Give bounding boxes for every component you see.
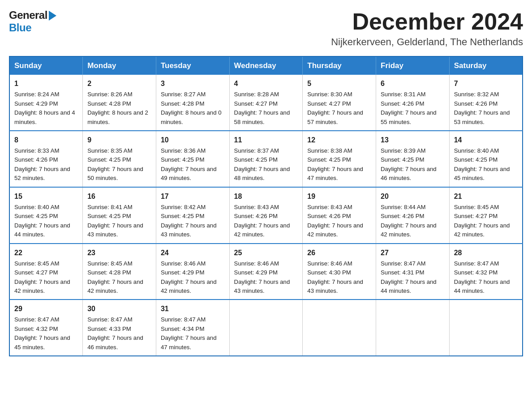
day-info: Sunrise: 8:46 AMSunset: 4:30 PMDaylight:… [307,260,363,294]
day-number: 31 [161,304,225,314]
day-number: 10 [161,135,225,146]
calendar-cell: 6Sunrise: 8:31 AMSunset: 4:26 PMDaylight… [376,75,450,131]
calendar-cell: 12Sunrise: 8:38 AMSunset: 4:25 PMDayligh… [303,131,376,187]
day-number: 3 [161,78,225,89]
month-title: December 2024 [331,9,523,34]
weekday-header-friday: Friday [376,56,450,75]
calendar-cell: 2Sunrise: 8:26 AMSunset: 4:28 PMDaylight… [83,75,156,131]
weekday-header-monday: Monday [83,56,156,75]
calendar-week-row: 29Sunrise: 8:47 AMSunset: 4:32 PMDayligh… [9,300,523,356]
day-info: Sunrise: 8:43 AMSunset: 4:26 PMDaylight:… [307,204,363,238]
day-number: 6 [381,78,445,89]
day-info: Sunrise: 8:47 AMSunset: 4:34 PMDaylight:… [161,316,217,350]
calendar-week-row: 1Sunrise: 8:24 AMSunset: 4:29 PMDaylight… [9,75,523,131]
day-info: Sunrise: 8:43 AMSunset: 4:26 PMDaylight:… [234,204,290,238]
day-number: 14 [454,135,518,146]
day-number: 4 [234,78,298,89]
calendar-cell: 18Sunrise: 8:43 AMSunset: 4:26 PMDayligh… [229,187,303,244]
calendar-cell: 16Sunrise: 8:41 AMSunset: 4:25 PMDayligh… [83,187,156,244]
day-info: Sunrise: 8:44 AMSunset: 4:26 PMDaylight:… [381,204,437,238]
day-info: Sunrise: 8:42 AMSunset: 4:25 PMDaylight:… [161,204,217,238]
day-number: 28 [454,248,518,258]
day-number: 24 [161,248,225,258]
day-number: 23 [87,248,151,258]
calendar-week-row: 15Sunrise: 8:40 AMSunset: 4:25 PMDayligh… [9,187,523,244]
calendar-cell: 7Sunrise: 8:32 AMSunset: 4:26 PMDaylight… [449,75,523,131]
logo-blue-text: Blue [9,21,31,34]
calendar-cell: 1Sunrise: 8:24 AMSunset: 4:29 PMDaylight… [9,75,83,131]
day-number: 27 [381,248,445,258]
day-number: 26 [307,248,371,258]
calendar-cell [376,300,450,356]
logo-general-text: General [9,9,47,21]
day-info: Sunrise: 8:45 AMSunset: 4:28 PMDaylight:… [87,260,143,294]
calendar-cell: 21Sunrise: 8:45 AMSunset: 4:27 PMDayligh… [449,187,523,244]
calendar-cell: 25Sunrise: 8:46 AMSunset: 4:29 PMDayligh… [229,244,303,300]
day-info: Sunrise: 8:45 AMSunset: 4:27 PMDaylight:… [454,204,510,238]
calendar-cell: 10Sunrise: 8:36 AMSunset: 4:25 PMDayligh… [156,131,229,187]
day-info: Sunrise: 8:33 AMSunset: 4:26 PMDaylight:… [14,147,70,181]
day-number: 21 [454,191,518,202]
calendar-cell: 20Sunrise: 8:44 AMSunset: 4:26 PMDayligh… [376,187,450,244]
calendar-cell: 31Sunrise: 8:47 AMSunset: 4:34 PMDayligh… [156,300,229,356]
day-number: 12 [307,135,371,146]
day-number: 1 [14,78,78,89]
day-number: 11 [234,135,298,146]
title-area: December 2024 Nijkerkerveen, Gelderland,… [331,9,523,48]
day-number: 13 [381,135,445,146]
weekday-header-wednesday: Wednesday [229,56,303,75]
day-number: 16 [87,191,151,202]
calendar-cell: 4Sunrise: 8:28 AMSunset: 4:27 PMDaylight… [229,75,303,131]
calendar-cell: 27Sunrise: 8:47 AMSunset: 4:31 PMDayligh… [376,244,450,300]
weekday-header-tuesday: Tuesday [156,56,229,75]
calendar-cell [449,300,523,356]
day-info: Sunrise: 8:37 AMSunset: 4:25 PMDaylight:… [234,147,290,181]
day-info: Sunrise: 8:47 AMSunset: 4:32 PMDaylight:… [454,260,510,294]
logo-arrow-icon [49,11,56,21]
day-info: Sunrise: 8:27 AMSunset: 4:28 PMDaylight:… [161,91,222,125]
day-info: Sunrise: 8:24 AMSunset: 4:29 PMDaylight:… [14,91,75,125]
day-number: 15 [14,191,78,202]
day-number: 22 [14,248,78,258]
day-info: Sunrise: 8:36 AMSunset: 4:25 PMDaylight:… [161,147,217,181]
day-info: Sunrise: 8:47 AMSunset: 4:32 PMDaylight:… [14,316,70,350]
day-info: Sunrise: 8:35 AMSunset: 4:25 PMDaylight:… [87,147,143,181]
header: General Blue December 2024 Nijkerkerveen… [9,9,523,48]
calendar-cell: 26Sunrise: 8:46 AMSunset: 4:30 PMDayligh… [303,244,376,300]
day-info: Sunrise: 8:41 AMSunset: 4:25 PMDaylight:… [87,204,143,238]
calendar-cell: 3Sunrise: 8:27 AMSunset: 4:28 PMDaylight… [156,75,229,131]
weekday-header-sunday: Sunday [9,56,83,75]
day-info: Sunrise: 8:46 AMSunset: 4:29 PMDaylight:… [161,260,217,294]
calendar-cell: 30Sunrise: 8:47 AMSunset: 4:33 PMDayligh… [83,300,156,356]
calendar-cell: 17Sunrise: 8:42 AMSunset: 4:25 PMDayligh… [156,187,229,244]
day-info: Sunrise: 8:40 AMSunset: 4:25 PMDaylight:… [454,147,510,181]
calendar-cell: 11Sunrise: 8:37 AMSunset: 4:25 PMDayligh… [229,131,303,187]
calendar-cell: 15Sunrise: 8:40 AMSunset: 4:25 PMDayligh… [9,187,83,244]
calendar-table: SundayMondayTuesdayWednesdayThursdayFrid… [9,56,523,356]
calendar-cell: 9Sunrise: 8:35 AMSunset: 4:25 PMDaylight… [83,131,156,187]
day-info: Sunrise: 8:30 AMSunset: 4:27 PMDaylight:… [307,91,363,125]
location-subtitle: Nijkerkerveen, Gelderland, The Netherlan… [331,36,523,48]
calendar-cell: 19Sunrise: 8:43 AMSunset: 4:26 PMDayligh… [303,187,376,244]
weekday-header-saturday: Saturday [449,56,523,75]
day-info: Sunrise: 8:32 AMSunset: 4:26 PMDaylight:… [454,91,510,125]
day-number: 20 [381,191,445,202]
day-number: 7 [454,78,518,89]
day-number: 18 [234,191,298,202]
calendar-cell: 29Sunrise: 8:47 AMSunset: 4:32 PMDayligh… [9,300,83,356]
day-number: 29 [14,304,78,314]
day-number: 5 [307,78,371,89]
day-info: Sunrise: 8:45 AMSunset: 4:27 PMDaylight:… [14,260,70,294]
day-info: Sunrise: 8:31 AMSunset: 4:26 PMDaylight:… [381,91,437,125]
calendar-cell: 13Sunrise: 8:39 AMSunset: 4:25 PMDayligh… [376,131,450,187]
day-info: Sunrise: 8:38 AMSunset: 4:25 PMDaylight:… [307,147,363,181]
calendar-cell: 22Sunrise: 8:45 AMSunset: 4:27 PMDayligh… [9,244,83,300]
day-info: Sunrise: 8:26 AMSunset: 4:28 PMDaylight:… [87,91,148,125]
day-number: 30 [87,304,151,314]
calendar-cell: 23Sunrise: 8:45 AMSunset: 4:28 PMDayligh… [83,244,156,300]
calendar-week-row: 8Sunrise: 8:33 AMSunset: 4:26 PMDaylight… [9,131,523,187]
calendar-cell: 8Sunrise: 8:33 AMSunset: 4:26 PMDaylight… [9,131,83,187]
day-number: 19 [307,191,371,202]
calendar-cell: 14Sunrise: 8:40 AMSunset: 4:25 PMDayligh… [449,131,523,187]
calendar-cell [303,300,376,356]
